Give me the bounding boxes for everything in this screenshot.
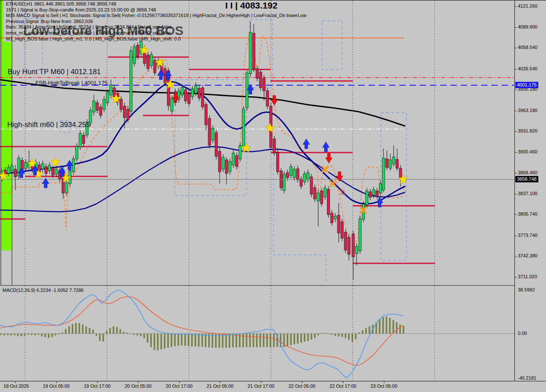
- candle-body: [14, 169, 17, 177]
- macd-histogram-bar: [273, 334, 275, 347]
- time-axis-label: 20 Oct 05:00: [125, 383, 152, 389]
- macd-axis-label: 0.00: [518, 331, 527, 336]
- candle-body: [341, 222, 343, 238]
- macd-histogram-bar: [300, 334, 302, 343]
- macd-histogram-bar: [321, 333, 322, 334]
- price-axis-tick: [515, 69, 517, 69]
- macd-histogram-bar: [143, 334, 145, 338]
- candle-body: [389, 160, 392, 168]
- macd-histogram-bar: [31, 334, 32, 335]
- macd-histogram-bar: [311, 334, 312, 340]
- macd-histogram-bar: [164, 334, 166, 349]
- candle-body: [320, 191, 323, 204]
- macd-histogram-bar: [249, 334, 251, 347]
- candle-body: [113, 88, 116, 97]
- candle-body: [259, 72, 262, 88]
- macd-histogram-bar: [3, 334, 5, 335]
- candle-body: [7, 167, 10, 173]
- candle-body: [99, 107, 102, 115]
- macd-histogram-bar: [17, 334, 19, 336]
- candle-body: [239, 145, 241, 159]
- macd-histogram-bar: [85, 326, 87, 334]
- annotation-fsb-high-to-break: FSB-HighToBreak | 4001.175: [35, 80, 107, 86]
- candle-body: [348, 237, 350, 254]
- candle-body: [266, 91, 269, 106]
- time-axis-tick: [15, 381, 16, 383]
- candle-body: [123, 106, 126, 118]
- price-axis-tick: [515, 256, 517, 257]
- candle-body: [55, 169, 58, 174]
- time-axis-label: 22 Oct 05:00: [289, 383, 316, 389]
- candle-body: [366, 191, 368, 205]
- macd-histogram-bar: [147, 334, 148, 343]
- time-axis-tick: [220, 381, 221, 383]
- macd-histogram-bar: [177, 334, 179, 346]
- macd-histogram-bar: [24, 334, 26, 336]
- price-axis[interactable]: 4121.2604089.9004058.5404026.5403995.180…: [514, 0, 546, 381]
- candle-body: [376, 191, 378, 196]
- annotation-buy-hunt-tp: Buy Hunt TP M60 | 4012.181: [8, 68, 101, 76]
- candle-body: [147, 55, 149, 69]
- price-axis-tick: [515, 89, 517, 90]
- candle-body: [133, 46, 136, 63]
- macd-histogram-bar: [345, 334, 346, 338]
- candle-body: [205, 104, 207, 125]
- time-axis-label: 18 Oct 2025: [3, 383, 29, 389]
- candle-body: [106, 92, 109, 103]
- candle-body: [171, 98, 173, 111]
- macd-histogram-bar: [341, 334, 343, 337]
- fractal-box: [322, 21, 342, 69]
- macd-histogram-bar: [89, 328, 90, 334]
- time-axis-tick: [261, 381, 261, 383]
- price-axis-label: 4026.540: [518, 66, 537, 71]
- price-axis-label: 4058.540: [518, 45, 537, 50]
- time-axis-label: 21 Oct 17:00: [248, 383, 275, 389]
- price-chart-canvas[interactable]: [0, 0, 514, 285]
- candle-body: [303, 174, 306, 182]
- macd-histogram-bar: [328, 334, 329, 334]
- macd-histogram-bar: [51, 334, 53, 337]
- macd-histogram-bar: [109, 328, 111, 334]
- signal-star-icon: [111, 94, 121, 103]
- candle-body: [127, 109, 129, 120]
- candle-body: [191, 89, 194, 97]
- macd-histogram-bar: [61, 332, 63, 334]
- macd-histogram-bar: [65, 329, 67, 334]
- candle-body: [198, 88, 200, 98]
- info-line-tema: tema_m1_sell:true | tema_m60_buy:false |…: [6, 30, 306, 36]
- macd-histogram-bar: [246, 334, 247, 347]
- macd-histogram-bar: [126, 333, 128, 334]
- macd-histogram-bar: [304, 334, 305, 342]
- macd-histogram-bar: [99, 334, 101, 341]
- macd-histogram-bar: [82, 325, 84, 334]
- macd-histogram-bar: [365, 328, 367, 334]
- macd-histogram-bar: [34, 334, 36, 335]
- macd-histogram-bar: [119, 329, 121, 334]
- macd-histogram-bar: [212, 334, 213, 348]
- candle-body: [396, 159, 398, 168]
- price-axis-tick: [515, 131, 517, 132]
- buy-arrow-icon: [303, 139, 310, 149]
- candle-body: [290, 167, 292, 176]
- macd-histogram-bar: [307, 334, 309, 341]
- candle-body: [11, 166, 13, 171]
- signal-star-icon: [51, 157, 61, 167]
- macd-histogram-bar: [270, 334, 271, 347]
- candle-body: [352, 234, 354, 257]
- macd-histogram-bar: [324, 333, 326, 334]
- candle-body: [293, 169, 296, 178]
- macd-histogram-bar: [392, 320, 394, 334]
- mt4-chart-window: ETHUSD,H1 3861.446 3861.505 3858.748 385…: [0, 0, 546, 392]
- candle-body: [263, 78, 265, 91]
- macd-histogram-bar: [198, 334, 200, 347]
- candle-body: [327, 189, 330, 215]
- macd-indicator-canvas[interactable]: [0, 286, 514, 381]
- candle-body: [225, 160, 228, 173]
- macd-histogram-bar: [48, 334, 49, 338]
- price-axis-label: 3963.180: [518, 108, 537, 113]
- candle-body: [334, 216, 337, 219]
- time-axis[interactable]: 18 Oct 202519 Oct 05:0019 Oct 17:0020 Oc…: [0, 381, 546, 392]
- price-axis-label: 3900.460: [518, 149, 537, 154]
- candle-body: [222, 157, 224, 169]
- macd-histogram-bar: [20, 334, 22, 336]
